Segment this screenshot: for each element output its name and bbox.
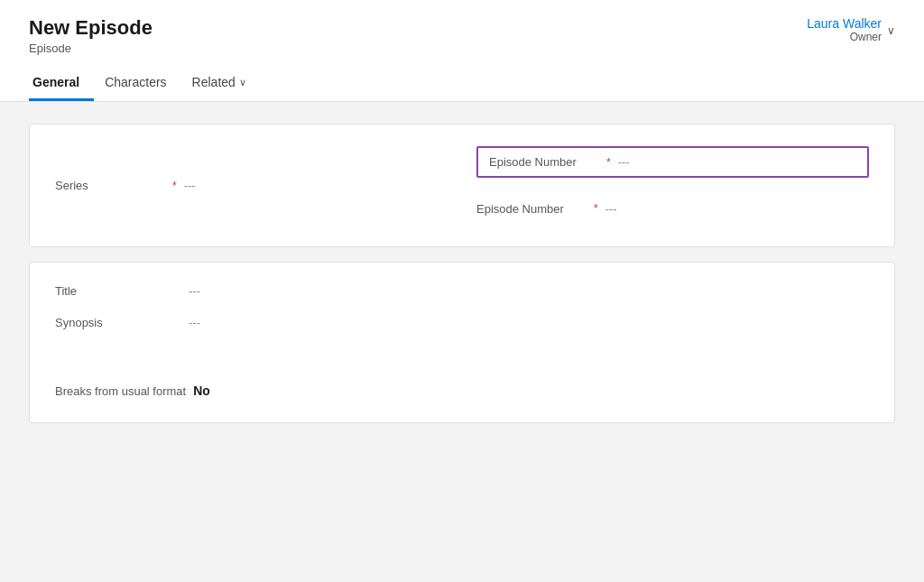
episode-number-input-focused[interactable]: Episode Number * --- — [476, 146, 869, 178]
user-role: Owner — [807, 31, 882, 43]
card-episode-details: Series * --- Episode Number * --- Episod… — [29, 124, 895, 247]
series-value: --- — [184, 179, 196, 192]
content: Series * --- Episode Number * --- Episod… — [0, 102, 924, 444]
right-column: Episode Number * --- Episode Number * --… — [476, 146, 869, 225]
tab-characters[interactable]: Characters — [101, 66, 180, 101]
title-block: New Episode Episode — [29, 16, 152, 55]
form-section-1: Series * --- Episode Number * --- Episod… — [55, 146, 869, 225]
synopsis-field: Synopsis --- — [55, 316, 869, 329]
form-rows: Title --- Synopsis --- Breaks from usual… — [55, 284, 869, 400]
tab-general[interactable]: General — [29, 66, 94, 101]
synopsis-value: --- — [189, 316, 200, 329]
user-menu[interactable]: Laura Walker Owner ∨ — [807, 16, 895, 43]
episode-number2-field: Episode Number * --- — [476, 192, 869, 225]
title-field: Title --- — [55, 284, 869, 298]
breaks-value: No — [193, 383, 210, 398]
title-label: Title — [55, 284, 181, 298]
page-title: New Episode — [29, 16, 152, 40]
spacer — [55, 347, 869, 365]
header-top: New Episode Episode Laura Walker Owner ∨ — [29, 16, 895, 55]
tab-related[interactable]: Related ∨ — [189, 66, 261, 101]
episode-number2-value: --- — [605, 202, 617, 216]
episode-number-required: * — [606, 156, 611, 169]
episode-number2-label: Episode Number — [476, 202, 585, 216]
breaks-field: Breaks from usual format No — [55, 383, 869, 400]
card-content: Title --- Synopsis --- Breaks from usual… — [29, 262, 895, 422]
episode-number-value: --- — [618, 155, 630, 169]
episode-number-label: Episode Number — [489, 155, 597, 169]
title-value: --- — [189, 284, 200, 298]
series-required: * — [172, 180, 177, 192]
page-wrapper: New Episode Episode Laura Walker Owner ∨… — [0, 0, 924, 582]
synopsis-label: Synopsis — [55, 316, 181, 329]
page-subtitle: Episode — [29, 42, 152, 55]
series-field: Series * --- — [55, 146, 448, 225]
user-name: Laura Walker — [807, 16, 882, 31]
user-text: Laura Walker Owner — [807, 16, 882, 43]
header: New Episode Episode Laura Walker Owner ∨… — [0, 0, 924, 102]
tabs: General Characters Related ∨ — [29, 66, 895, 101]
related-chevron-icon: ∨ — [239, 77, 246, 88]
user-chevron-icon: ∨ — [887, 24, 895, 37]
series-label: Series — [55, 179, 163, 192]
breaks-label: Breaks from usual format — [55, 383, 186, 400]
episode-number2-required: * — [594, 202, 598, 215]
